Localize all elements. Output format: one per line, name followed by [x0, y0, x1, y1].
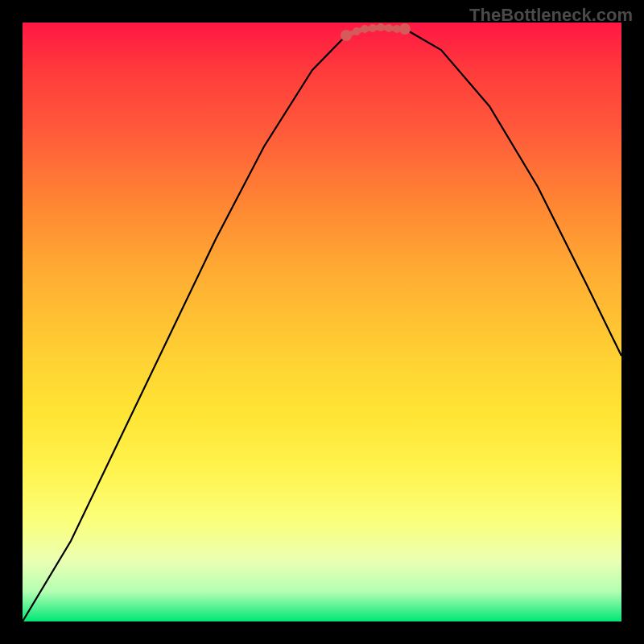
chart-plot-area: [23, 23, 621, 621]
highlight-dot: [369, 24, 377, 32]
curve-path: [23, 27, 621, 621]
chart-curve: [23, 23, 621, 621]
highlight-dot: [385, 24, 393, 32]
highlight-dot: [361, 25, 369, 33]
highlight-dot: [341, 30, 352, 41]
watermark-text: TheBottleneck.com: [469, 5, 633, 26]
highlight-dot: [399, 23, 411, 35]
highlight-dot: [353, 27, 361, 35]
highlight-dot: [377, 23, 385, 31]
